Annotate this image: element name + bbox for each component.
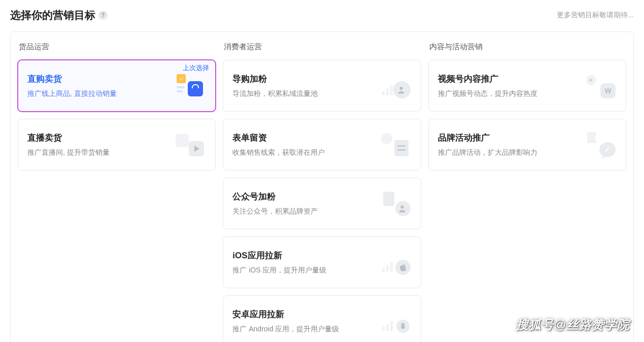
card-title: 导购加粉 — [232, 73, 381, 85]
card-desc: 推广直播间, 提升带货销量 — [27, 148, 176, 158]
brand-speech-icon — [586, 132, 617, 157]
card-title: 直购卖货 — [27, 73, 176, 85]
watermark: 搜狐号@丝路赞学院 — [516, 317, 630, 333]
card-desc: 导流加粉，积累私域流量池 — [232, 89, 381, 99]
card-form-lead[interactable]: 表单留资 收集销售线索，获取潜在用户 — [223, 119, 421, 170]
card-android-acquire[interactable]: 安卓应用拉新 推广 Android 应用，提升用户量级 — [223, 295, 421, 342]
card-title: 表单留资 — [232, 132, 381, 144]
card-official-fan[interactable]: 公众号加粉 关注公众号，积累品牌资产 — [223, 178, 421, 229]
help-icon[interactable]: ? — [98, 11, 108, 20]
shopping-bag-icon: ✓ — [176, 73, 206, 98]
card-title: 视频号内容推广 — [438, 73, 586, 85]
card-desc: 关注公众号，积累品牌资产 — [232, 207, 381, 217]
card-text: 直购卖货 推广线上商品, 直接拉动销量 — [27, 73, 176, 99]
card-text: 直播卖货 推广直播间, 提升带货销量 — [27, 132, 176, 158]
card-title: 直播卖货 — [27, 132, 176, 144]
card-text: 公众号加粉 关注公众号，积累品牌资产 — [232, 191, 381, 217]
header-note: 更多营销目标敬请期待... — [557, 11, 634, 20]
android-icon — [381, 309, 412, 334]
column-goods: 货品运营 上次选择 直购卖货 推广线上商品, 直接拉动销量 ✓ 直播卖货 推广直… — [18, 42, 216, 342]
video-channel-icon: W — [586, 73, 617, 98]
card-brand-activity[interactable]: 品牌活动推广 推广品牌活动，扩大品牌影响力 — [428, 119, 626, 170]
card-desc: 推广 Android 应用，提升用户量级 — [232, 324, 381, 334]
card-title: iOS应用拉新 — [232, 250, 381, 261]
card-desc: 收集销售线索，获取潜在用户 — [232, 148, 381, 158]
column-title: 消费者运营 — [223, 42, 421, 52]
form-doc-icon — [381, 132, 412, 157]
card-text: 品牌活动推广 推广品牌活动，扩大品牌影响力 — [438, 132, 586, 158]
goals-panel: 货品运营 上次选择 直购卖货 推广线上商品, 直接拉动销量 ✓ 直播卖货 推广直… — [10, 31, 634, 342]
official-account-icon — [381, 191, 412, 216]
column-title: 货品运营 — [18, 42, 216, 52]
card-title: 安卓应用拉新 — [232, 309, 381, 320]
card-desc: 推广品牌活动，扩大品牌影响力 — [438, 148, 586, 158]
card-text: 安卓应用拉新 推广 Android 应用，提升用户量级 — [232, 309, 381, 334]
column-title: 内容与活动营销 — [428, 42, 626, 52]
card-title: 品牌活动推广 — [438, 132, 586, 144]
svg-point-0 — [399, 87, 402, 90]
page-header: 选择你的营销目标 ? 更多营销目标敬请期待... — [0, 0, 644, 27]
card-guide-fan[interactable]: 导购加粉 导流加粉，积累私域流量池 — [223, 60, 421, 112]
card-text: 视频号内容推广 推广视频号动态，提升内容热度 — [438, 73, 586, 99]
page-title: 选择你的营销目标 — [10, 8, 95, 22]
card-desc: 推广线上商品, 直接拉动销量 — [27, 89, 176, 99]
card-text: 导购加粉 导流加粉，积累私域流量池 — [232, 73, 381, 99]
live-play-icon — [176, 132, 206, 157]
person-plus-icon — [381, 73, 412, 98]
card-direct-purchase[interactable]: 上次选择 直购卖货 推广线上商品, 直接拉动销量 ✓ — [18, 60, 216, 112]
card-text: iOS应用拉新 推广 iOS 应用，提升用户量级 — [232, 250, 381, 276]
column-content: 内容与活动营销 视频号内容推广 推广视频号动态，提升内容热度 W 品牌活动推广 … — [428, 42, 626, 342]
card-text: 表单留资 收集销售线索，获取潜在用户 — [232, 132, 381, 158]
svg-point-1 — [400, 206, 403, 209]
card-title: 公众号加粉 — [232, 191, 381, 202]
card-desc: 推广视频号动态，提升内容热度 — [438, 89, 586, 99]
column-consumer: 消费者运营 导购加粉 导流加粉，积累私域流量池 表单留资 收集销售线索，获取潜在… — [223, 42, 421, 342]
card-desc: 推广 iOS 应用，提升用户量级 — [232, 265, 381, 276]
header-title-wrap: 选择你的营销目标 ? — [10, 8, 108, 22]
columns-wrap: 货品运营 上次选择 直购卖货 推广线上商品, 直接拉动销量 ✓ 直播卖货 推广直… — [18, 42, 626, 342]
card-ios-acquire[interactable]: iOS应用拉新 推广 iOS 应用，提升用户量级 — [223, 236, 421, 288]
card-video-promo[interactable]: 视频号内容推广 推广视频号动态，提升内容热度 W — [428, 60, 626, 112]
last-selected-badge: 上次选择 — [183, 63, 209, 73]
card-live-sell[interactable]: 直播卖货 推广直播间, 提升带货销量 — [18, 119, 216, 170]
apple-icon — [381, 250, 412, 275]
